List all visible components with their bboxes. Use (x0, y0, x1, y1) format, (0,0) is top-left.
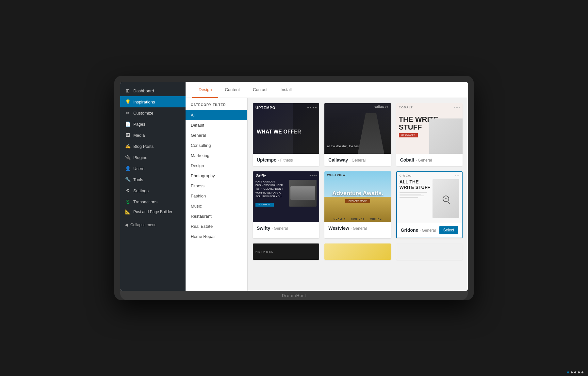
partial-yellow-bg (324, 243, 391, 260)
westview-name: Westview · General (328, 225, 367, 231)
theme-card-callaway[interactable]: callaway all the little stuff, the best … (324, 103, 391, 166)
gridone-logo: Grid One (400, 174, 412, 177)
tabs-bar: Design Content Contact Install (186, 82, 468, 98)
callaway-header: callaway (327, 105, 388, 108)
laptop-brand: DreamHost (282, 293, 306, 298)
westview-header: WESTVIEW (327, 173, 388, 177)
filter-item-real-estate[interactable]: Real Estate (186, 221, 247, 231)
gridone-left: ALL THE WRITE STUFF (400, 179, 431, 218)
swifty-thumbnail: Swifty HAVE A UNIQUE BUSINESS YOU NEED T… (253, 171, 319, 222)
westview-footer: QUALITY CONTENT WRITING (324, 218, 391, 220)
theme-card-swifty[interactable]: Swifty HAVE A UNIQUE BUSINESS YOU NEED T… (253, 171, 319, 238)
filter-item-home-repair[interactable]: Home Repair (186, 231, 247, 242)
sidebar-item-post-page-builder[interactable]: 📐 Post and Page Builder (120, 207, 186, 216)
gridone-hero-text: ALL THE WRITE STUFF (400, 179, 431, 190)
gridone-lines (400, 192, 431, 198)
gridone-name: Gridone · General (401, 227, 436, 233)
uptempo-bg: UPTEMPO WHAT WE OFFER (253, 103, 319, 154)
swifty-keyboard-image (289, 180, 317, 207)
gridone-select-button[interactable]: Select (439, 226, 458, 234)
swifty-logo: Swifty (255, 173, 266, 177)
cobalt-thumbnail: COBALT THE WRITE STUFF READ M (396, 103, 463, 154)
sidebar-item-plugins[interactable]: 🔌 Plugins (120, 152, 186, 163)
gridone-dots (455, 175, 459, 176)
zoom-icon: + (443, 196, 449, 202)
cobalt-header: COBALT (399, 106, 460, 109)
theme-card-uptempo[interactable]: UPTEMPO WHAT WE OFFER (253, 103, 319, 166)
swifty-body: HAVE A UNIQUE BUSINESS YOU NEED TO PROMO… (255, 180, 317, 207)
collapse-menu[interactable]: ◀ Collapse menu (120, 220, 186, 230)
zoom-plus-icon: + (445, 197, 447, 200)
sidebar-item-media[interactable]: 🖼 Media (120, 130, 186, 141)
themes-grid: UPTEMPO WHAT WE OFFER (248, 98, 468, 291)
filter-item-all[interactable]: All (186, 110, 247, 120)
pages-icon: 📄 (125, 121, 131, 127)
filter-item-fashion[interactable]: Fashion (186, 191, 247, 201)
filter-item-general[interactable]: General (186, 130, 247, 140)
sidebar-item-blog-posts[interactable]: ✍ Blog Posts (120, 141, 186, 152)
callaway-name: Callaway · General (328, 157, 366, 163)
uptempo-name: Uptempo · Fitness (257, 157, 293, 163)
gridone-header: Grid One (400, 174, 459, 177)
category-filter-title: CATEGORY FILTER (186, 103, 247, 110)
swifty-headline: HAVE A UNIQUE BUSINESS YOU NEED TO PROMO… (255, 180, 287, 198)
sidebar-item-transactions[interactable]: 💲 Transactions (120, 196, 186, 207)
cobalt-hand-image (429, 118, 463, 154)
plugins-icon: 🔌 (125, 155, 131, 160)
sidebar-item-inspirations[interactable]: 💡 Inspirations (120, 96, 186, 107)
swifty-nav (310, 175, 317, 176)
theme-card-partial-yellow[interactable] (324, 243, 391, 260)
filter-item-design[interactable]: Design (186, 161, 247, 171)
tools-icon: 🔧 (125, 177, 131, 182)
uptempo-info: Uptempo · Fitness (253, 154, 319, 166)
swifty-keyboard (290, 186, 315, 200)
filter-item-music[interactable]: Music (186, 201, 247, 211)
sidebar-item-tools[interactable]: 🔧 Tools (120, 174, 186, 185)
swifty-bg: Swifty HAVE A UNIQUE BUSINESS YOU NEED T… (253, 171, 319, 222)
filter-item-fitness[interactable]: Fitness (186, 181, 247, 191)
sidebar-item-users[interactable]: 👤 Users (120, 163, 186, 174)
theme-card-partial-dark[interactable]: NSTREEL (253, 243, 319, 260)
laptop-base: DreamHost (120, 291, 468, 300)
uptempo-overlay (293, 103, 319, 154)
gridone-thumbnail: Grid One ALL THE WRITE STU (397, 172, 462, 223)
dashboard-icon: ⊞ (125, 88, 131, 93)
category-filter: CATEGORY FILTER All Default General Cons… (186, 98, 248, 291)
westview-thumbnail: WESTVIEW Adventure Awaits. EXPLORE MORE … (324, 171, 391, 222)
builder-icon: 📐 (125, 209, 131, 214)
filter-item-marketing[interactable]: Marketing (186, 150, 247, 161)
sidebar-item-settings[interactable]: ⚙ Settings (120, 185, 186, 196)
sidebar: ⊞ Dashboard 💡 Inspirations ✏ Customize 📄… (120, 82, 186, 291)
tab-content[interactable]: Content (218, 82, 246, 98)
callaway-thumbnail: callaway all the little stuff, the best … (324, 103, 391, 154)
collapse-arrow-icon: ◀ (125, 223, 128, 227)
filter-item-restaurant[interactable]: Restaurant (186, 211, 247, 221)
westview-bg: WESTVIEW Adventure Awaits. EXPLORE MORE … (324, 171, 391, 222)
uptempo-thumbnail: UPTEMPO WHAT WE OFFER (253, 103, 319, 154)
tab-install[interactable]: Install (274, 82, 298, 98)
filter-item-photography[interactable]: Photography (186, 171, 247, 181)
gridone-bg: Grid One ALL THE WRITE STU (397, 172, 462, 223)
sidebar-item-customize[interactable]: ✏ Customize (120, 107, 186, 118)
westview-overlay: WESTVIEW Adventure Awaits. EXPLORE MORE … (324, 171, 391, 222)
theme-card-gridone[interactable]: Grid One ALL THE WRITE STU (396, 171, 463, 238)
sidebar-item-dashboard[interactable]: ⊞ Dashboard (120, 85, 186, 96)
sidebar-item-pages[interactable]: 📄 Pages (120, 118, 186, 130)
partial-light-bg (396, 243, 463, 260)
tab-design[interactable]: Design (192, 82, 218, 98)
tab-contact[interactable]: Contact (246, 82, 274, 98)
cobalt-cta: READ MORE (399, 133, 418, 137)
swifty-info: Swifty · General (253, 222, 319, 234)
filter-item-default[interactable]: Default (186, 120, 247, 130)
customize-icon: ✏ (125, 110, 131, 116)
theme-card-cobalt[interactable]: COBALT THE WRITE STUFF READ M (396, 103, 463, 166)
westview-info: Westview · General (324, 222, 391, 234)
theme-card-westview[interactable]: WESTVIEW Adventure Awaits. EXPLORE MORE … (324, 171, 391, 238)
westview-title: Adventure Awaits. (332, 190, 383, 197)
theme-card-partial-light[interactable] (396, 243, 463, 260)
transactions-icon: 💲 (125, 199, 131, 204)
laptop: ⊞ Dashboard 💡 Inspirations ✏ Customize 📄… (114, 76, 474, 300)
uptempo-logo: UPTEMPO (255, 106, 275, 110)
darkroom-bg: NSTREEL (253, 243, 319, 260)
filter-item-consulting[interactable]: Consulting (186, 140, 247, 150)
